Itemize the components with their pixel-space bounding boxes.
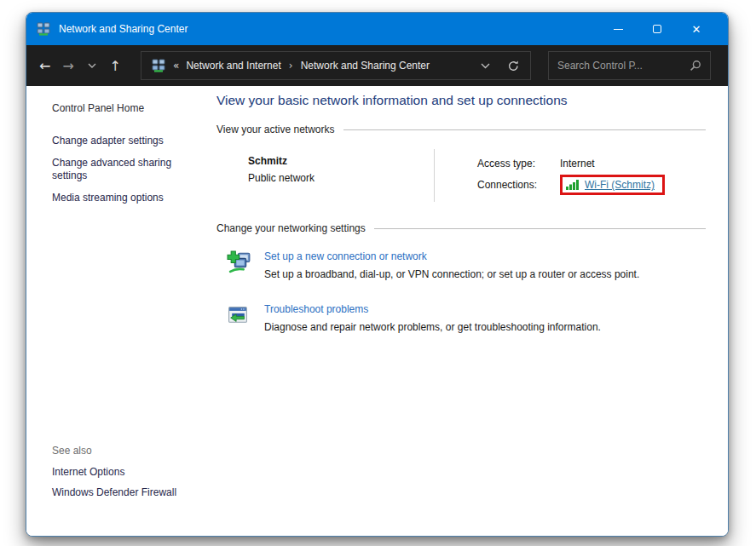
close-button[interactable]: ✕ — [677, 13, 716, 45]
sidebar-item-windows-defender-firewall[interactable]: Windows Defender Firewall — [52, 486, 216, 498]
active-networks-section-header: View your active networks — [216, 124, 706, 135]
address-bar-actions — [481, 60, 520, 72]
close-icon: ✕ — [692, 24, 701, 35]
window-controls: ✕ — [598, 13, 716, 45]
minimize-icon — [614, 29, 623, 30]
sidebar-item-media-streaming-options[interactable]: Media streaming options — [52, 192, 190, 205]
section-divider — [343, 129, 706, 130]
networking-settings-section-header: Change your networking settings — [216, 222, 706, 234]
access-type-row: Access type: Internet — [477, 155, 665, 172]
page-title: View your basic network information and … — [216, 93, 706, 108]
task-text: Set up a new connection or network Set u… — [264, 248, 639, 280]
title-bar: Network and Sharing Center ✕ — [26, 13, 728, 45]
minimize-button[interactable] — [598, 13, 638, 45]
setup-new-connection-description: Set up a broadband, dial-up, or VPN conn… — [264, 268, 639, 280]
see-also-title: See also — [52, 445, 216, 457]
maximize-icon — [653, 25, 661, 33]
chevron-down-icon — [88, 63, 96, 68]
network-identity: Schmitz Public network — [216, 149, 434, 202]
see-also-section: See also Internet Options Windows Defend… — [52, 445, 216, 507]
access-type-label: Access type: — [477, 158, 560, 170]
address-dropdown-chevron-icon[interactable] — [481, 63, 490, 69]
connections-row: Connections: Wi-Fi (Schmitz) — [477, 175, 665, 195]
network-details: Access type: Internet Connections: — [435, 149, 665, 202]
sidebar-item-internet-options[interactable]: Internet Options — [52, 466, 216, 478]
network-app-icon — [37, 22, 50, 36]
red-highlight-box: Wi-Fi (Schmitz) — [560, 175, 665, 195]
section-divider — [374, 228, 706, 229]
search-icon[interactable] — [690, 60, 701, 72]
task-list: Set up a new connection or network Set u… — [216, 248, 706, 333]
troubleshoot-icon — [227, 301, 256, 333]
wifi-connection-link[interactable]: Wi-Fi (Schmitz) — [585, 179, 655, 191]
network-sharing-center-window: Network and Sharing Center ✕ ← → ↑ — [26, 12, 729, 537]
breadcrumb-item-network-and-internet[interactable]: Network and Internet — [186, 60, 280, 72]
main-area: Control Panel Home Change adapter settin… — [26, 86, 728, 536]
networking-settings-section-title: Change your networking settings — [216, 222, 366, 234]
breadcrumb-separator-icon[interactable]: › — [289, 60, 293, 72]
refresh-icon[interactable] — [507, 60, 520, 72]
task-troubleshoot-problems: Troubleshoot problems Diagnose and repai… — [227, 301, 706, 333]
back-button[interactable]: ← — [33, 53, 57, 78]
recent-pages-dropdown-button[interactable] — [80, 53, 104, 78]
network-location-icon — [152, 59, 165, 72]
network-name: Schmitz — [248, 155, 434, 167]
troubleshoot-problems-description: Diagnose and repair network problems, or… — [264, 321, 601, 333]
active-networks-section-title: View your active networks — [216, 124, 335, 135]
window-title: Network and Sharing Center — [59, 23, 188, 35]
content-pane: View your basic network information and … — [216, 86, 728, 536]
sidebar-item-change-advanced-sharing-settings[interactable]: Change advanced sharing settings — [52, 157, 190, 183]
wifi-signal-icon — [566, 180, 580, 190]
new-connection-icon — [227, 248, 256, 280]
task-setup-new-connection: Set up a new connection or network Set u… — [227, 248, 706, 280]
address-bar[interactable]: « Network and Internet › Network and Sha… — [141, 51, 531, 80]
connections-label: Connections: — [477, 179, 560, 191]
search-box[interactable] — [548, 51, 711, 80]
sidebar-item-change-adapter-settings[interactable]: Change adapter settings — [52, 135, 190, 148]
forward-button[interactable]: → — [57, 53, 81, 78]
search-input[interactable] — [557, 60, 690, 72]
sidebar-item-control-panel-home[interactable]: Control Panel Home — [52, 102, 216, 114]
navigation-toolbar: ← → ↑ « Network and Internet › Network a… — [26, 45, 728, 86]
sidebar: Control Panel Home Change adapter settin… — [26, 86, 216, 536]
setup-new-connection-link[interactable]: Set up a new connection or network — [264, 250, 427, 262]
troubleshoot-problems-link[interactable]: Troubleshoot problems — [264, 303, 368, 315]
breadcrumb-overflow-chevron[interactable]: « — [173, 60, 179, 72]
access-type-value: Internet — [560, 158, 595, 170]
network-type: Public network — [248, 172, 434, 184]
task-text: Troubleshoot problems Diagnose and repai… — [264, 301, 601, 333]
breadcrumb-item-network-and-sharing-center[interactable]: Network and Sharing Center — [301, 60, 430, 72]
active-network-row: Schmitz Public network Access type: Inte… — [216, 149, 706, 202]
maximize-button[interactable] — [638, 13, 677, 45]
up-button[interactable]: ↑ — [104, 53, 128, 78]
